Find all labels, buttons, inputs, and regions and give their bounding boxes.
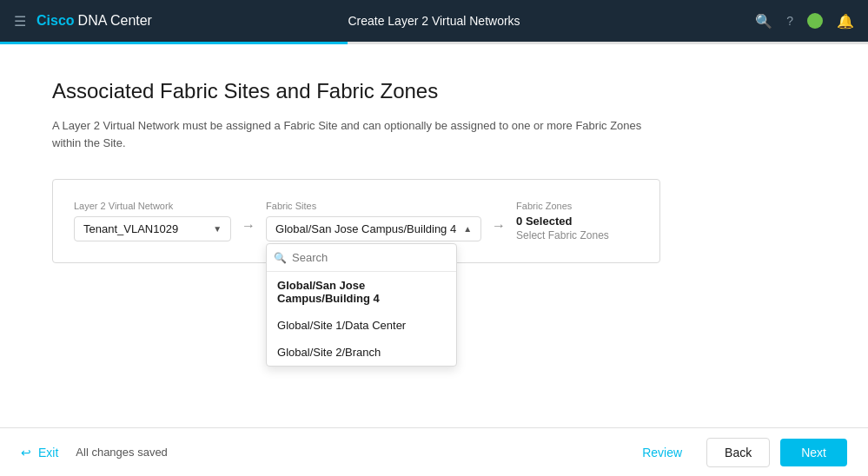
review-button[interactable]: Review: [628, 439, 696, 466]
vn-chevron-down-icon: ▼: [213, 224, 222, 234]
fabric-sites-dropdown-menu: 🔍 Global/San Jose Campus/Building 4 Glob…: [266, 243, 457, 367]
dropdown-item-1[interactable]: Global/Site 1/Data Center: [267, 312, 456, 339]
help-icon[interactable]: ?: [786, 14, 793, 28]
brand-dna: DNA Center: [78, 13, 152, 29]
menu-icon[interactable]: ☰: [14, 13, 26, 30]
vn-dropdown[interactable]: Tenant_VLAN1029 ▼: [74, 216, 231, 241]
fabric-sites-container: Global/San Jose Campus/Building 4 ▲ 🔍 Gl…: [266, 216, 481, 241]
fabric-sites-dropdown-trigger[interactable]: Global/San Jose Campus/Building 4 ▲: [267, 217, 480, 241]
fabric-zones-label: Fabric Zones: [516, 201, 609, 211]
next-button[interactable]: Next: [780, 439, 847, 466]
fabric-sites-selector: Global/San Jose Campus/Building 4 ▲: [266, 216, 481, 241]
brand: Cisco DNA Center: [36, 13, 152, 29]
back-button[interactable]: Back: [706, 438, 770, 467]
header-left: ☰ Cisco DNA Center: [14, 13, 152, 30]
footer: ↩ Exit All changes saved Review Back Nex…: [0, 427, 868, 476]
fabric-zones-field-group: Fabric Zones 0 Selected Select Fabric Zo…: [516, 201, 609, 241]
footer-right: Review Back Next: [628, 438, 847, 467]
fabric-sites-value: Global/San Jose Campus/Building 4: [275, 222, 456, 235]
search-box: 🔍: [267, 244, 456, 272]
vn-selector: Tenant_VLAN1029 ▼: [74, 216, 231, 241]
arrow-separator-1: →: [231, 218, 266, 234]
header-title: Create Layer 2 Virtual Networks: [348, 14, 520, 28]
fabric-sites-label: Fabric Sites: [266, 201, 481, 211]
network-row: Layer 2 Virtual Network Tenant_VLAN1029 …: [74, 201, 639, 241]
main-content: Associated Fabric Sites and Fabric Zones…: [0, 44, 868, 427]
vn-field-group: Layer 2 Virtual Network Tenant_VLAN1029 …: [74, 201, 231, 241]
arrow-separator-2: →: [481, 218, 516, 234]
fabric-sites-search-input[interactable]: [292, 251, 449, 264]
fabric-sites-field-group: Fabric Sites Global/San Jose Campus/Buil…: [266, 201, 481, 241]
exit-button[interactable]: Exit: [38, 446, 58, 459]
header-right: 🔍 ? 🔔: [755, 13, 854, 30]
fabric-zones-count: 0 Selected: [516, 215, 609, 228]
header: ☰ Cisco DNA Center Create Layer 2 Virtua…: [0, 0, 868, 42]
search-icon[interactable]: 🔍: [755, 13, 772, 30]
page-description: A Layer 2 Virtual Network must be assign…: [52, 117, 660, 151]
bell-icon[interactable]: 🔔: [837, 13, 854, 30]
status-indicator: [807, 13, 823, 29]
saved-text: All changes saved: [76, 446, 168, 459]
footer-left: ↩ Exit All changes saved: [21, 446, 168, 459]
page-title: Associated Fabric Sites and Fabric Zones: [52, 79, 816, 103]
fabric-zones-placeholder: Select Fabric Zones: [516, 229, 609, 241]
vn-value: Tenant_VLAN1029: [83, 222, 178, 235]
network-card: Layer 2 Virtual Network Tenant_VLAN1029 …: [52, 179, 660, 263]
vn-label: Layer 2 Virtual Network: [74, 201, 231, 211]
dropdown-item-0[interactable]: Global/San Jose Campus/Building 4: [267, 272, 456, 312]
dropdown-item-2[interactable]: Global/Site 2/Branch: [267, 339, 456, 366]
exit-icon: ↩: [21, 446, 31, 459]
search-icon-small: 🔍: [274, 252, 287, 264]
fabric-sites-chevron-up-icon: ▲: [463, 224, 472, 234]
brand-cisco: Cisco: [36, 13, 75, 29]
